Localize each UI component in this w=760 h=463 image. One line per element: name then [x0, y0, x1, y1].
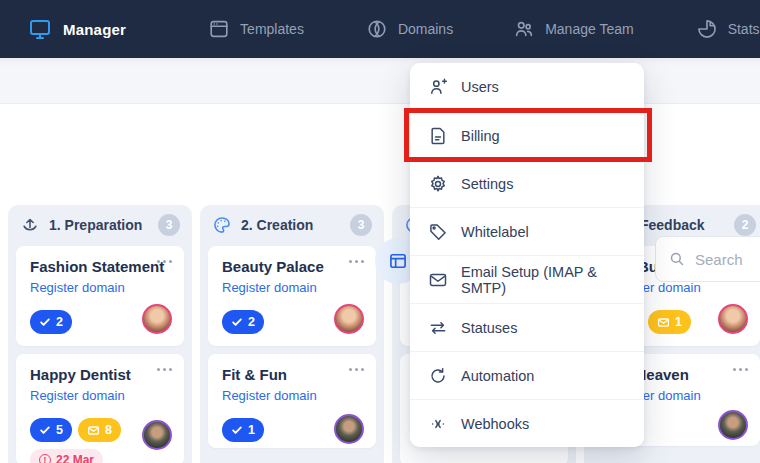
- card-menu-icon[interactable]: [349, 260, 364, 263]
- column-header: 2. Creation 3: [200, 205, 384, 245]
- column-count-badge: 3: [350, 214, 372, 236]
- avatar: [142, 420, 172, 450]
- menu-item-label: Users: [461, 79, 499, 95]
- search-input[interactable]: [695, 251, 760, 268]
- menu-item-email-setup[interactable]: Email Setup (IMAP & SMTP): [410, 255, 644, 303]
- board-layout-icon: [388, 251, 408, 271]
- upload-icon: [20, 215, 40, 235]
- avatar: [718, 410, 748, 440]
- menu-item-statuses[interactable]: Statuses: [410, 303, 644, 351]
- column-count-badge: 3: [158, 214, 180, 236]
- check-icon: [39, 424, 51, 436]
- nav-item-manage-team[interactable]: Manage Team: [513, 18, 633, 40]
- brand-label: Manager: [63, 21, 126, 38]
- people-icon: [513, 18, 535, 40]
- globe-icon: [366, 18, 388, 40]
- card-menu-icon[interactable]: [157, 260, 172, 263]
- nav-label: Templates: [240, 21, 304, 37]
- menu-item-label: Settings: [461, 176, 513, 192]
- check-icon: [231, 316, 243, 328]
- top-nav: Manager Templates Domains Manage Team St…: [0, 0, 760, 58]
- search-icon: [668, 250, 686, 268]
- webhook-icon: [428, 414, 448, 434]
- checks-badge: 5: [30, 418, 72, 442]
- nav-label: Domains: [398, 21, 453, 37]
- checks-badge: 2: [30, 310, 72, 334]
- menu-item-label: Statuses: [461, 320, 517, 336]
- secondary-toolbar: [0, 58, 760, 104]
- page-header: All Websites: [0, 104, 760, 205]
- menu-item-label: Billing: [461, 128, 500, 144]
- card-fit-and-fun[interactable]: Fit & Fun Register domain 1: [208, 354, 376, 448]
- register-domain-link[interactable]: Register domain: [222, 280, 317, 295]
- avatar: [718, 304, 748, 334]
- manage-team-dropdown: Users Billing Settings Whitelabel Email …: [410, 63, 644, 447]
- card-fashion-statement[interactable]: Fashion Statement Register domain 2: [16, 246, 184, 346]
- menu-item-label: Webhooks: [461, 416, 529, 432]
- kanban-column-preparation: 1. Preparation 3 Fashion Statement Regis…: [8, 205, 192, 463]
- menu-item-webhooks[interactable]: Webhooks: [410, 399, 644, 447]
- register-domain-link[interactable]: Register domain: [30, 388, 125, 403]
- card-menu-icon[interactable]: [733, 368, 748, 371]
- monitor-icon: [28, 17, 52, 41]
- envelope-icon: [428, 270, 448, 290]
- card-title: Fashion Statement: [30, 258, 170, 275]
- nav-item-domains[interactable]: Domains: [366, 18, 453, 40]
- check-icon: [39, 316, 51, 328]
- invoice-icon: [428, 126, 448, 146]
- menu-item-settings[interactable]: Settings: [410, 159, 644, 207]
- brand-manager[interactable]: Manager: [28, 17, 126, 41]
- menu-item-automation[interactable]: Automation: [410, 351, 644, 399]
- column-title: 1. Preparation: [49, 217, 142, 233]
- menu-item-label: Automation: [461, 368, 534, 384]
- avatar: [334, 414, 364, 444]
- nav-item-templates[interactable]: Templates: [208, 18, 304, 40]
- register-domain-link[interactable]: Register domain: [222, 388, 317, 403]
- column-title: 2. Creation: [241, 217, 313, 233]
- check-icon: [231, 424, 243, 436]
- card-happy-dentist[interactable]: Happy Dentist Register domain 5 8 22 Mar: [16, 354, 184, 463]
- menu-item-whitelabel[interactable]: Whitelabel: [410, 207, 644, 255]
- pie-chart-icon: [696, 18, 718, 40]
- menu-item-label: Email Setup (IMAP & SMTP): [461, 264, 644, 296]
- register-domain-link[interactable]: Register domain: [30, 280, 125, 295]
- user-plus-icon: [428, 77, 448, 97]
- mails-badge: 8: [78, 418, 121, 442]
- kanban-column-creation: 2. Creation 3 Beauty Palace Register dom…: [200, 205, 384, 463]
- column-count-badge: 2: [734, 214, 756, 236]
- envelope-icon: [657, 316, 670, 329]
- avatar: [142, 304, 172, 334]
- checks-badge: 1: [222, 418, 264, 442]
- gear-icon: [428, 174, 448, 194]
- nav-item-stats[interactable]: Stats: [696, 18, 760, 40]
- nav-label: Stats: [728, 21, 760, 37]
- swap-arrows-icon: [428, 318, 448, 338]
- card-menu-icon[interactable]: [157, 368, 172, 371]
- tag-icon: [428, 222, 448, 242]
- menu-item-label: Whitelabel: [461, 224, 529, 240]
- mails-badge: 1: [648, 310, 691, 334]
- checks-badge: 2: [222, 310, 264, 334]
- card-title: Happy Dentist: [30, 366, 170, 383]
- menu-item-users[interactable]: Users: [410, 63, 644, 111]
- card-title: Beauty Palace: [222, 258, 362, 275]
- palette-icon: [212, 215, 232, 235]
- search-box[interactable]: [655, 236, 760, 282]
- alert-icon: [39, 454, 51, 463]
- column-header: 1. Preparation 3: [8, 205, 192, 245]
- avatar: [334, 304, 364, 334]
- due-date-badge: 22 Mar: [30, 449, 103, 463]
- card-title: Fit & Fun: [222, 366, 362, 383]
- envelope-icon: [87, 424, 100, 437]
- refresh-icon: [428, 366, 448, 386]
- browser-icon: [208, 18, 230, 40]
- card-beauty-palace[interactable]: Beauty Palace Register domain 2: [208, 246, 376, 346]
- card-menu-icon[interactable]: [349, 368, 364, 371]
- nav-label: Manage Team: [545, 21, 633, 37]
- menu-item-billing[interactable]: Billing: [410, 111, 644, 159]
